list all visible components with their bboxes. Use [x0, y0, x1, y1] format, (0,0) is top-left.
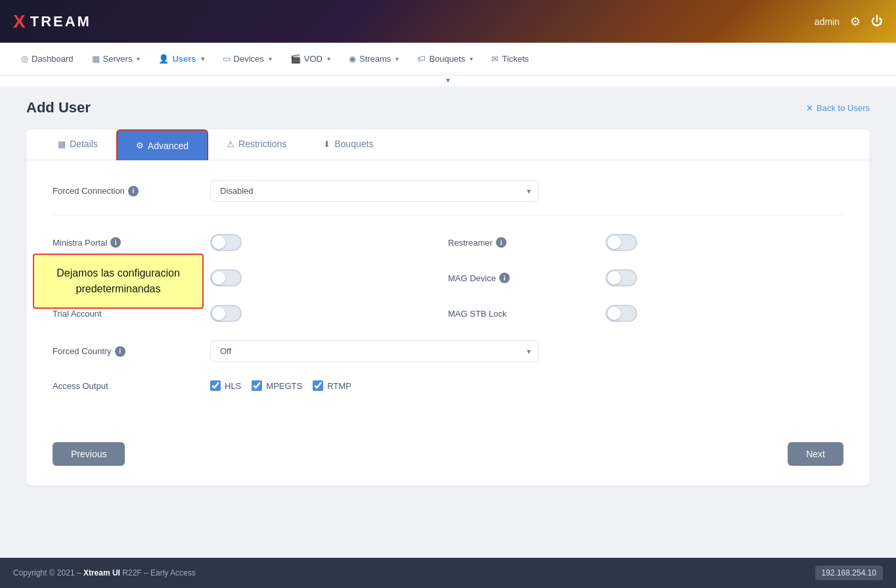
nav-tickets[interactable]: ✉ Tickets — [483, 49, 537, 69]
nav-users[interactable]: 👤 Users ▾ — [150, 49, 212, 69]
back-icon: ✕ — [806, 103, 813, 113]
forced-country-info-icon[interactable]: i — [115, 346, 125, 357]
form-actions: Previous Next — [26, 429, 870, 486]
rtmp-checkbox[interactable] — [313, 380, 323, 391]
nav-servers[interactable]: ▦ Servers ▾ — [84, 49, 148, 69]
hls-label: HLS — [225, 381, 241, 391]
users-dropdown-indicator: ▾ — [0, 76, 896, 86]
logo-x: X — [13, 11, 28, 32]
page-header: Add User ✕ Back to Users — [26, 99, 870, 116]
mpegts-label: MPEGTS — [266, 381, 302, 391]
nav-dashboard-label: Dashboard — [32, 54, 74, 64]
servers-arrow: ▾ — [137, 55, 140, 62]
mag-stb-lock-toggle[interactable] — [606, 305, 637, 322]
footer: Copyright © 2021 – Xtream UI R22F – Earl… — [0, 558, 896, 588]
ministra-restreamer-row: Ministra Portal i Restreamer i — [53, 234, 843, 251]
nav-vod[interactable]: 🎬 VOD ▾ — [282, 49, 338, 69]
streams-icon: ◉ — [349, 54, 356, 64]
mpegts-checkbox[interactable] — [252, 380, 262, 391]
footer-ip: 192.168.254.10 — [815, 566, 883, 580]
nav-users-label: Users — [172, 54, 196, 64]
back-link-label: Back to Users — [817, 103, 870, 113]
restreamer-toggle[interactable] — [606, 234, 637, 251]
access-output-label: Access Output — [53, 381, 184, 391]
access-output-checkboxes: HLS MPEGTS RTMP — [210, 380, 351, 391]
vod-arrow: ▾ — [327, 55, 330, 62]
logo-text: TREAM — [30, 13, 91, 30]
forced-country-select[interactable]: Off On — [210, 340, 539, 362]
restreamer-label-text: Restreamer — [448, 238, 493, 248]
forced-connection-row: Forced Connection i Disabled Enabled ▾ — [53, 180, 843, 215]
nav-vod-label: VOD — [304, 54, 323, 64]
forced-connection-select[interactable]: Disabled Enabled — [210, 180, 539, 202]
forced-country-row: Forced Country i Off On ▾ — [53, 340, 843, 362]
forced-connection-label: Forced Connection i — [53, 186, 184, 196]
main-content: Dejamos las configuracion predeterminand… — [0, 86, 896, 558]
tab-bar: ▦ Details ⚙ Advanced ⚠ Restrictions ⬇ Bo… — [26, 129, 870, 160]
nav-bouquets[interactable]: 🏷 Bouquets ▾ — [409, 49, 481, 69]
tickets-icon: ✉ — [491, 54, 499, 64]
vod-icon: 🎬 — [290, 54, 301, 64]
users-icon: 👤 — [158, 54, 169, 64]
main-nav: ◎ Dashboard ▦ Servers ▾ 👤 Users ▾ ▭ Devi… — [0, 43, 896, 76]
nav-servers-label: Servers — [103, 54, 133, 64]
tab-bouquets[interactable]: ⬇ Bouquets — [305, 129, 392, 160]
mpegts-checkbox-item[interactable]: MPEGTS — [252, 380, 302, 391]
forced-country-select-wrapper: Off On ▾ — [210, 340, 539, 362]
tab-details[interactable]: ▦ Details — [39, 129, 116, 160]
hls-checkbox[interactable] — [210, 380, 221, 391]
power-icon[interactable]: ⏻ — [871, 14, 883, 28]
forced-connection-label-text: Forced Connection — [53, 186, 125, 196]
trial-account-label-text: Trial Account — [53, 309, 102, 319]
ministra-label-text: Ministra Portal — [53, 238, 107, 248]
forced-connection-info-icon[interactable]: i — [128, 186, 139, 196]
nav-streams[interactable]: ◉ Streams ▾ — [341, 49, 407, 69]
annotation-text: Dejamos las configuracion predeterminand… — [56, 267, 180, 294]
enigma-device-toggle[interactable] — [210, 269, 242, 286]
nav-devices[interactable]: ▭ Devices ▾ — [215, 49, 280, 69]
mag-device-label: MAG Device i — [448, 273, 579, 283]
tab-restrictions[interactable]: ⚠ Restrictions — [208, 129, 305, 160]
rtmp-checkbox-item[interactable]: RTMP — [313, 380, 351, 391]
settings-icon[interactable]: ⚙ — [850, 14, 861, 29]
mag-stb-lock-label: MAG STB Lock — [448, 309, 579, 319]
nav-dashboard[interactable]: ◎ Dashboard — [13, 49, 81, 69]
devices-icon: ▭ — [223, 54, 231, 64]
ministra-portal-toggle[interactable] — [210, 234, 242, 251]
tab-bouquets-label: Bouquets — [334, 139, 373, 149]
trial-account-toggle[interactable] — [210, 305, 242, 322]
back-to-users-link[interactable]: ✕ Back to Users — [806, 103, 870, 113]
annotation-box: Dejamos las configuracion predeterminand… — [33, 254, 204, 309]
previous-button[interactable]: Previous — [53, 442, 125, 466]
mag-device-info-icon[interactable]: i — [499, 273, 510, 283]
dashboard-icon: ◎ — [21, 54, 28, 64]
nav-tickets-label: Tickets — [502, 54, 529, 64]
ministra-info-icon[interactable]: i — [110, 237, 121, 248]
nav-streams-label: Streams — [359, 54, 391, 64]
admin-username: admin — [815, 16, 840, 27]
servers-icon: ▦ — [92, 54, 100, 64]
nav-bouquets-label: Bouquets — [429, 54, 465, 64]
next-button[interactable]: Next — [788, 442, 843, 466]
restreamer-info-icon[interactable]: i — [496, 237, 506, 248]
restreamer-label: Restreamer i — [448, 237, 579, 248]
ministra-col: Ministra Portal i — [53, 234, 448, 251]
bouquets-arrow: ▾ — [470, 55, 473, 62]
ministra-portal-label: Ministra Portal i — [53, 237, 184, 248]
nav-devices-label: Devices — [234, 54, 264, 64]
details-tab-icon: ▦ — [58, 139, 66, 149]
trial-account-label: Trial Account — [53, 309, 184, 319]
tab-restrictions-label: Restrictions — [238, 139, 286, 149]
restreamer-col: Restreamer i — [448, 234, 843, 251]
footer-brand: Xtream UI — [83, 568, 120, 577]
mag-stb-col: MAG STB Lock — [448, 305, 843, 322]
mag-device-toggle[interactable] — [606, 269, 637, 286]
mag-device-col: MAG Device i — [448, 269, 843, 286]
page-title: Add User — [26, 99, 91, 116]
users-arrow: ▾ — [201, 55, 204, 62]
tab-advanced[interactable]: ⚙ Advanced — [116, 129, 208, 160]
hls-checkbox-item[interactable]: HLS — [210, 380, 241, 391]
mag-device-label-text: MAG Device — [448, 273, 496, 283]
streams-arrow: ▾ — [395, 55, 399, 62]
advanced-tab-icon: ⚙ — [136, 141, 144, 150]
